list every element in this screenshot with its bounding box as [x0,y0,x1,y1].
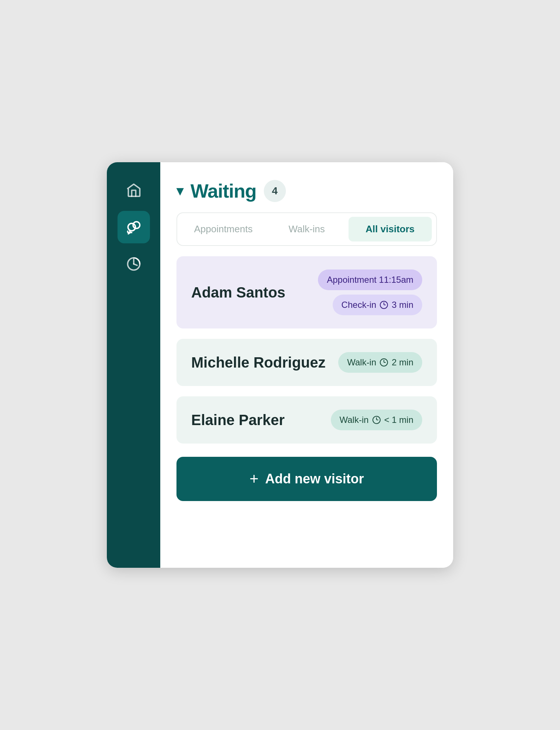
visitor-card-michelle[interactable]: Michelle Rodriguez Walk-in 2 min [176,339,437,386]
add-visitor-label: Add new visitor [265,471,364,487]
visitor-name-adam: Adam Santos [191,284,286,301]
appointment-badge-adam: Appointment 11:15am [318,270,422,290]
walkin-time-elaine: < 1 min [384,415,413,425]
home-icon [126,182,142,198]
page-title: Waiting [190,180,256,202]
sidebar-item-home[interactable] [118,174,150,206]
collapse-chevron[interactable]: ▾ [176,184,183,198]
checkin-badge-adam: Check-in 3 min [333,295,422,315]
walkin-label-elaine: Walk-in [340,415,369,425]
tabs-row: Appointments Walk-ins All visitors [176,212,437,246]
sidebar-item-chat[interactable] [118,211,150,243]
badges-col-michelle: Walk-in 2 min [338,352,422,373]
badges-col-adam: Appointment 11:15am Check-in 3 min [318,270,422,315]
walkin-badge-elaine: Walk-in < 1 min [331,410,423,430]
tab-walkins[interactable]: Walk-ins [265,217,348,241]
clock-icon-adam [380,301,388,309]
chat-icon [126,219,142,235]
add-visitor-button[interactable]: + Add new visitor [176,457,437,501]
sidebar-item-reports[interactable] [118,248,150,280]
checkin-label: Check-in [342,300,377,310]
tab-appointments[interactable]: Appointments [182,217,265,241]
sidebar [107,162,160,568]
header-row: ▾ Waiting 4 [176,180,437,202]
waiting-count-badge: 4 [264,180,286,202]
walkin-label-michelle: Walk-in [347,357,376,368]
tab-all-visitors[interactable]: All visitors [349,217,432,241]
walkin-time-michelle: 2 min [392,357,413,368]
walkin-badge-michelle: Walk-in 2 min [338,352,422,373]
checkin-time-adam: 3 min [392,300,413,310]
visitor-name-michelle: Michelle Rodriguez [191,354,326,371]
main-content: ▾ Waiting 4 Appointments Walk-ins All vi… [160,162,453,568]
reports-icon [126,256,142,272]
visitor-card-elaine[interactable]: Elaine Parker Walk-in < 1 min [176,396,437,444]
visitor-name-elaine: Elaine Parker [191,411,285,429]
badges-col-elaine: Walk-in < 1 min [331,410,423,430]
plus-icon: + [249,470,259,488]
app-container: ▾ Waiting 4 Appointments Walk-ins All vi… [107,162,453,568]
clock-icon-elaine [372,416,381,424]
visitor-card-adam[interactable]: Adam Santos Appointment 11:15am Check-in… [176,256,437,328]
clock-icon-michelle [380,358,388,366]
